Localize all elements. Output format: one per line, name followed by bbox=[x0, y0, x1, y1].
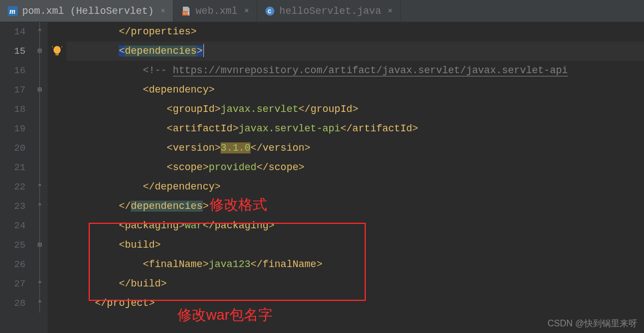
fold-end-icon[interactable]: ⌃ bbox=[35, 182, 45, 192]
line-number: 20 bbox=[0, 139, 25, 158]
line-number: 24 bbox=[0, 216, 25, 235]
code-line: </project> bbox=[67, 294, 644, 313]
line-number-gutter: 14 15 16 17 18 19 20 21 22 23 24 25 26 2… bbox=[0, 22, 33, 333]
code-line: </dependency> bbox=[67, 177, 644, 197]
editor-area: 14 15 16 17 18 19 20 21 22 23 24 25 26 2… bbox=[0, 22, 644, 333]
line-number: 15 bbox=[0, 42, 25, 61]
code-line: <!-- https://mvnrepository.com/artifact/… bbox=[67, 61, 644, 80]
fold-end-icon[interactable]: ⌃ bbox=[35, 201, 45, 211]
text-caret bbox=[203, 44, 204, 57]
intention-gutter bbox=[48, 22, 67, 333]
svg-text:</>: </> bbox=[183, 12, 190, 16]
close-icon[interactable]: × bbox=[161, 7, 165, 16]
lightbulb-icon[interactable] bbox=[51, 45, 63, 57]
fold-open-icon[interactable]: ⊟ bbox=[35, 46, 45, 56]
code-line: <version>3.1.0</version> bbox=[67, 139, 644, 158]
tab-hello-servlet-java[interactable]: C helloServlet.java × bbox=[257, 0, 401, 22]
fold-guide bbox=[39, 22, 40, 312]
fold-gutter: ⌃ ⊟ ⊟ ⌃ ⌃ ⊟ ⌃ ⌃ bbox=[33, 22, 48, 333]
line-number: 17 bbox=[0, 80, 25, 100]
code-line-active: <dependencies> bbox=[67, 42, 644, 61]
maven-icon: m bbox=[8, 6, 18, 16]
line-number: 23 bbox=[0, 197, 25, 216]
svg-text:C: C bbox=[268, 8, 272, 15]
tab-web-xml[interactable]: </> web.xml × bbox=[173, 0, 257, 22]
line-number: 16 bbox=[0, 61, 25, 80]
java-class-icon: C bbox=[265, 6, 275, 16]
fold-end-icon[interactable]: ⌃ bbox=[35, 27, 45, 37]
fold-end-icon[interactable]: ⌃ bbox=[35, 279, 45, 289]
code-line: </build> bbox=[67, 274, 644, 294]
line-number: 19 bbox=[0, 119, 25, 139]
line-number: 22 bbox=[0, 177, 25, 197]
code-area[interactable]: </properties> <dependencies> <!-- https:… bbox=[67, 22, 644, 333]
tab-label: web.xml bbox=[196, 6, 238, 17]
close-icon[interactable]: × bbox=[244, 7, 249, 16]
tab-label: pom.xml (HelloServlet) bbox=[22, 6, 154, 17]
code-line: <build> bbox=[67, 235, 644, 255]
fold-open-icon[interactable]: ⊟ bbox=[35, 240, 45, 250]
tab-pom-xml[interactable]: m pom.xml (HelloServlet) × bbox=[0, 0, 173, 22]
editor-tabs: m pom.xml (HelloServlet) × </> web.xml ×… bbox=[0, 0, 644, 22]
tab-label: helloServlet.java bbox=[279, 6, 381, 17]
code-line: <scope>provided</scope> bbox=[67, 158, 644, 177]
code-line: </properties> bbox=[67, 22, 644, 42]
line-number: 18 bbox=[0, 100, 25, 119]
code-line: <dependency> bbox=[67, 80, 644, 100]
svg-text:m: m bbox=[9, 7, 16, 16]
line-number: 25 bbox=[0, 235, 25, 255]
code-line: <packaging>war</packaging> bbox=[67, 216, 644, 235]
line-number: 14 bbox=[0, 22, 25, 42]
comment-link[interactable]: https://mvnrepository.com/artifact/javax… bbox=[173, 65, 568, 76]
code-line: <artifactId>javax.servlet-api</artifactI… bbox=[67, 119, 644, 139]
svg-rect-7 bbox=[55, 53, 59, 55]
xml-icon: </> bbox=[181, 6, 191, 16]
code-line: <groupId>javax.servlet</groupId> bbox=[67, 100, 644, 119]
line-number: 21 bbox=[0, 158, 25, 177]
close-icon[interactable]: × bbox=[388, 7, 392, 16]
line-number: 27 bbox=[0, 274, 25, 294]
fold-end-icon[interactable]: ⌃ bbox=[35, 298, 45, 308]
svg-point-6 bbox=[54, 46, 61, 54]
code-line: </dependencies> bbox=[67, 197, 644, 216]
line-number: 28 bbox=[0, 294, 25, 313]
code-line: <finalName>java123</finalName> bbox=[67, 255, 644, 274]
fold-open-icon[interactable]: ⊟ bbox=[35, 85, 45, 95]
line-number: 26 bbox=[0, 255, 25, 274]
